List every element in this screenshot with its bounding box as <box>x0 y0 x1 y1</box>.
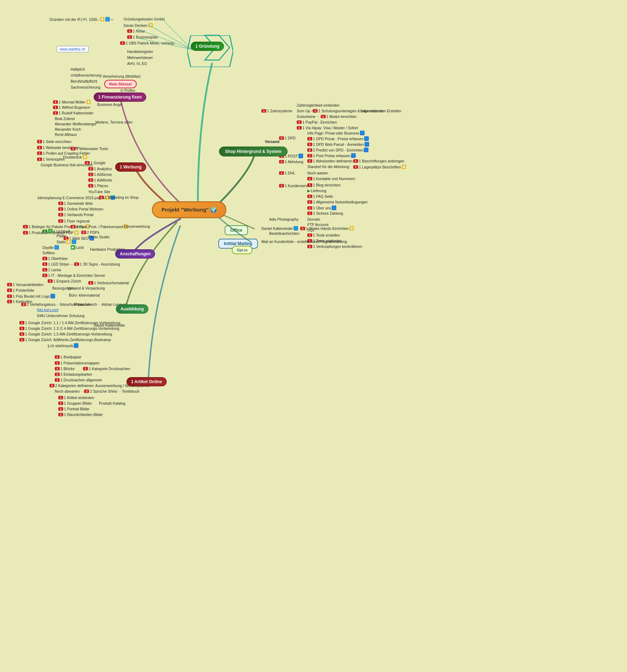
item-oberfraise: 1 1 Oberfräse <box>42 256 67 261</box>
item-produkt-katalog: Produkt Katalog <box>99 401 125 405</box>
item-gutscheine: Gutscheine ← 1 1 Modul einrichten <box>297 114 356 119</box>
reto-stossel-node: Reto Stössel <box>104 80 137 88</box>
startbiz-box: www.startbiz.ch <box>57 46 89 52</box>
item-drucksachen: 1 1 Drucksachen allgemein <box>55 378 102 382</box>
item-adwords: 1 1 AdWords <box>88 178 112 182</box>
item-rudolf: 1 1 Rudolf Kaltenrieder <box>53 111 94 115</box>
link-icon: 🌐 <box>54 245 59 250</box>
item-standort: Standort für die Abholung <box>307 165 349 169</box>
branch-office: Office <box>225 225 248 235</box>
item-analytics: 1 1 Analytics <box>88 167 112 171</box>
item-google: 1 1 Google <box>85 161 106 165</box>
label-adis: Adis Photography <box>269 217 298 221</box>
item-texte-erstellen: 1 1 Texte erstellen <box>307 233 340 237</box>
item-einladungskarten: 2 2 Einladungskarten <box>55 372 92 376</box>
item-beat: Beat Zobrist <box>55 117 75 121</box>
item-lagerplaetze: 1 1 Lagerplätze Beschriften 📋 <box>353 165 406 169</box>
check-icon: ▶ <box>71 245 75 250</box>
note-icon: 📋 <box>100 17 105 22</box>
label-bestellnachrichten: Bestellnachrichten <box>269 231 300 236</box>
item-verknuepfen: 1 1 Verknüpfen <box>37 157 65 161</box>
item-shake-hands: 1 1 Shake Hands Einrichten 📋 <box>300 226 354 231</box>
item-wilfred: 1 1 Wilfred Bugmann <box>53 105 90 109</box>
item-stativ: Stativ 📋 🌐 <box>57 239 76 244</box>
item-webmaster: 1 1 Webmaster Tools <box>71 147 108 151</box>
globe-icon: 🌐 <box>364 148 368 152</box>
note-icon: 📋 <box>74 230 79 235</box>
item-gruendungskosten: Gründungskosten GmbH <box>124 17 165 21</box>
item-versicherung-mobil: Versicherung (Mobiliar) <box>102 74 141 78</box>
globe-icon: 🌐 <box>365 142 369 147</box>
item-weitere-termine: Weitere, Termine offen <box>95 120 132 124</box>
item-it-montage: 1 1 IT - Montage & Einrichten Server <box>42 273 105 278</box>
item-praesentationsmappen: 1 1 Präsentationsmappen <box>55 361 100 365</box>
globe-icon: 🌐 <box>364 136 369 141</box>
item-buero-klein: Büro- kleinmaterial <box>69 293 100 297</box>
note-icon: 📋 <box>402 165 406 169</box>
item-licht: ▶ Licht <box>71 245 84 250</box>
item-domain: Domain <box>307 217 320 221</box>
item-paypal: 1 1 PayPal - Einrichten <box>297 120 337 124</box>
item-nutzungsbedingungen: 1 1 Allgemeine Nutzerbedingungen <box>307 200 368 204</box>
item-artikel-einbinden: 1 1 Artikel einbinden <box>58 396 94 400</box>
note-icon: 📋 <box>349 226 354 231</box>
item-abholzeiten: 1 1 Abholzeiten definieren <box>307 159 353 163</box>
item-unfallversicherung: Unfallversicherung <box>71 73 101 77</box>
item-haftplich: Haftplich <box>71 67 85 71</box>
item-softbox: Softbox <box>42 251 55 255</box>
item-verknuepfungen: 1 1 Verknüpfungen kontrollieren <box>307 244 362 249</box>
item-foto-kurs: foto-kurs.com <box>37 308 59 312</box>
note-icon: 📋 <box>148 23 153 28</box>
item-sichere-zahlung: 1 1 Sichere Zahlung <box>307 211 343 215</box>
item-gruppen-bilder: 1 1 Gruppen Bilder <box>58 401 92 405</box>
opt-in-node: Opt-in <box>232 246 253 254</box>
item-pruefen: ⊙ Prüfen <box>120 88 135 93</box>
globe-icon: 🌐 <box>351 153 356 158</box>
link-icon: 🌐 <box>105 17 110 22</box>
globe-icon: 🌐 <box>360 131 365 135</box>
svg-marker-5 <box>187 35 233 67</box>
item-versand-verpackung: Versand & Verpackung <box>67 286 105 290</box>
item-business-angel: Business Angel <box>97 102 123 107</box>
item-dhl: 1 1 DHL <box>279 171 295 175</box>
item-daran-denken: Daran Denken 📋 <box>124 23 153 28</box>
globe-icon: 🌐 <box>74 343 78 348</box>
link-icon: 🌐 <box>294 226 298 231</box>
item-zahlm-einbinden: Zahlmöglichkeit einbinden <box>297 103 339 107</box>
check-icon: ✓ <box>48 229 53 233</box>
globe-icon: 🌐 <box>298 154 303 158</box>
item-polsterfolie: 1 1 Polsterfolie <box>7 288 34 292</box>
item-led-stripe: 1 1 LED Stripe ----- <box>42 262 76 266</box>
branch-artikel: 1 Artikel Online <box>126 377 167 386</box>
item-portrait-bilder: 1 1 Portrait Bilder <box>58 407 89 411</box>
item-via-hipay: 1 1 Via Hipay: Visa / Master / Sofort <box>297 126 358 130</box>
svg-line-2 <box>138 29 192 49</box>
item-faq: 1 1 FAQ Seite <box>307 194 333 198</box>
item-blog: 1 1 Blog einrichten <box>307 183 341 187</box>
item-raeumlichkeiten: 1 1 Räumlichkeiten Bilder <box>58 412 103 417</box>
item-signs: 1 1 3D Signs - Ausrüstung <box>74 262 120 266</box>
item-post-preise: 1 1 Post Preise erfassen 🌐 <box>307 153 356 158</box>
item-dpd-privat: 1 1 DPD Privat - Preise erfassen 🌐 <box>307 136 369 141</box>
item-streuerwerbung: Streuerwerbung <box>124 224 150 228</box>
item-menrad: 1 1 Menrad Müller 📋 <box>53 100 91 104</box>
item-predict-dpd: 2 2 Predict von DPD - Einrichten 🌐 <box>307 148 368 152</box>
item-flyer-post: 2 2 Flyer Post- / Paketversand 📋 <box>71 224 128 229</box>
item-flyer-regional: 1 1 Flyer regional <box>58 219 89 223</box>
item-ueber-uns: 1 1 Über uns 🌐 <box>307 206 336 210</box>
item-online-portal: 1 1 Online Portal Wohnen <box>58 207 103 211</box>
mind-map: Projekt "Werbung" 🌍 1 Gründung Gründen m… <box>0 0 627 672</box>
item-logo-einbinden: Logo einbinden <box>360 109 386 113</box>
branch-ausbildung: Ausbildung <box>116 304 148 314</box>
item-verbrauchsmaterial: 1 1 Verbrauchsmaterial <box>88 281 129 285</box>
label-versand: Versand <box>265 139 279 144</box>
item-alex-koch: Alexander Koch <box>55 127 81 131</box>
item-lacka: 1 1 Lacka <box>42 268 61 272</box>
item-handelsregister: Handelsregister <box>127 49 153 54</box>
item-google-adwords-boot: 1 1 Google Zürich: AdWords-Zertifizierun… <box>19 338 111 342</box>
item-daylite: Daylite 🌐 <box>42 245 59 250</box>
item-zahmsysteme: 1 1 Zahnsysteme <box>261 109 292 113</box>
item-notar: 1 1 Notar <box>127 29 145 33</box>
item-platte: Platte <box>57 234 66 238</box>
item-ubs-patrick: 1 1 UBS Patrick Meier, vorbesp. <box>120 41 175 45</box>
